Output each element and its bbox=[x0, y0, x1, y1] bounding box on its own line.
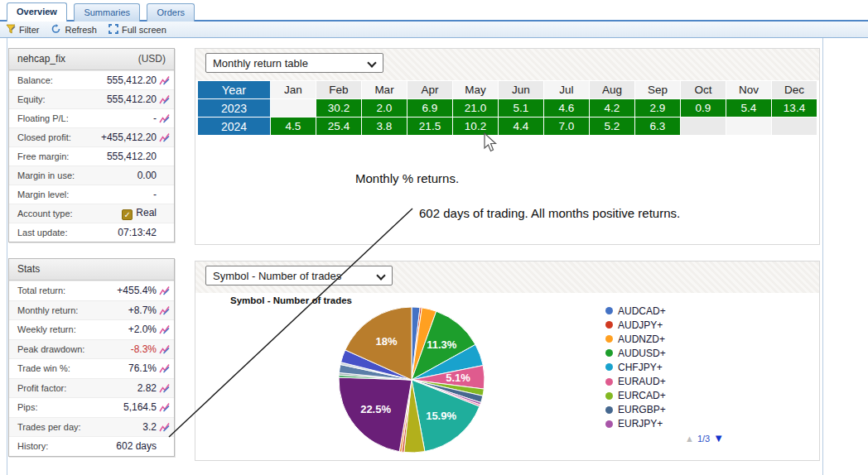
panel-row: Monthly return:+8.7% bbox=[9, 300, 174, 320]
row-value: 76.1% bbox=[128, 362, 157, 374]
chart-icon[interactable] bbox=[157, 421, 171, 433]
pager-down-icon[interactable]: ▼ bbox=[713, 432, 724, 444]
row-label: History: bbox=[17, 441, 48, 451]
table-header-cell: May bbox=[453, 81, 499, 99]
table-header-cell: Sep bbox=[635, 81, 681, 99]
legend-item-AUDNZD[interactable]: AUDNZD+ bbox=[605, 332, 666, 346]
chart-icon[interactable] bbox=[157, 94, 171, 105]
legend-item-AUDJPY[interactable]: AUDJPY+ bbox=[605, 318, 666, 332]
table-header-cell: Feb bbox=[316, 81, 362, 99]
row-label: Trades per day: bbox=[17, 422, 81, 432]
fullscreen-button[interactable]: Full screen bbox=[108, 24, 166, 36]
chart-icon[interactable] bbox=[157, 113, 171, 124]
monthly-table-dropdown[interactable]: Monthly return table bbox=[205, 53, 383, 73]
chart-icon[interactable] bbox=[157, 401, 171, 413]
symbol-trades-dropdown[interactable]: Symbol - Number of trades bbox=[205, 266, 393, 285]
row-label: Total return: bbox=[17, 285, 65, 295]
legend-item-AUDUSD[interactable]: AUDUSD+ bbox=[605, 346, 666, 360]
chart-icon[interactable] bbox=[157, 343, 171, 355]
legend-color-dot bbox=[605, 392, 613, 400]
chart-icon[interactable] bbox=[157, 362, 171, 374]
legend-label: CHFJPY+ bbox=[618, 362, 663, 373]
panel-row: Weekly return:+2.0% bbox=[9, 319, 174, 339]
return-cell: 6.9 bbox=[407, 99, 453, 118]
return-cell: 5.1 bbox=[499, 99, 544, 118]
row-label: Pips: bbox=[17, 402, 37, 412]
icon-slot-empty bbox=[157, 440, 171, 452]
legend-label: EURJPY+ bbox=[618, 418, 663, 429]
real-checkbox[interactable]: ✓ bbox=[122, 209, 133, 220]
monthly-table-dropdown-value: Monthly return table bbox=[213, 57, 308, 70]
return-cell: 25.4 bbox=[316, 118, 362, 136]
account-panel: nehcap_fix (USD) Balance:555,412.20Equit… bbox=[8, 48, 175, 242]
row-value: 555,412.20 bbox=[107, 74, 157, 86]
table-header-cell: Oct bbox=[681, 81, 726, 99]
legend-color-dot bbox=[605, 378, 613, 386]
return-cell: 2.9 bbox=[635, 99, 681, 118]
account-panel-header: nehcap_fix (USD) bbox=[9, 49, 174, 70]
legend-pager: ▲ 1/3 ▼ bbox=[685, 432, 724, 444]
chart-icon[interactable] bbox=[157, 132, 171, 143]
refresh-button[interactable]: Refresh bbox=[51, 24, 97, 36]
row-value: 602 days bbox=[116, 440, 157, 452]
panel-row: Floating P/L:- bbox=[9, 108, 174, 127]
chart-icon[interactable] bbox=[157, 382, 171, 394]
row-value: +8.7% bbox=[128, 305, 157, 316]
return-cell: 10.2 bbox=[453, 118, 499, 136]
chart-icon[interactable] bbox=[157, 74, 171, 86]
fullscreen-icon bbox=[108, 24, 118, 36]
legend-item-EURJPY[interactable]: EURJPY+ bbox=[605, 417, 666, 431]
table-header-cell: Nov bbox=[726, 81, 772, 99]
refresh-icon bbox=[51, 24, 61, 36]
legend-item-EURCAD[interactable]: EURCAD+ bbox=[605, 389, 666, 403]
table-header-cell: Jul bbox=[544, 81, 590, 99]
tab-orders[interactable]: Orders bbox=[147, 3, 195, 22]
panel-row: Balance:555,412.20 bbox=[9, 70, 174, 89]
icon-slot-empty bbox=[157, 170, 171, 181]
table-header-cell: Year bbox=[198, 81, 271, 99]
legend-item-EURGBP[interactable]: EURGBP+ bbox=[605, 403, 666, 417]
row-label: Trade win %: bbox=[17, 363, 70, 373]
chart-icon[interactable] bbox=[157, 324, 171, 335]
return-cell: 4.6 bbox=[544, 99, 590, 118]
tab-overview[interactable]: Overview bbox=[7, 2, 67, 22]
filter-button[interactable]: Filter bbox=[6, 24, 39, 36]
return-cell: 21.0 bbox=[453, 99, 499, 118]
panel-row: Account type:✓Real bbox=[9, 204, 174, 223]
row-label: Account type: bbox=[17, 209, 73, 218]
legend-label: AUDCAD+ bbox=[618, 305, 666, 317]
panel-row: Pips:5,164.5 bbox=[9, 397, 174, 417]
pie-legend: AUDCAD+AUDJPY+AUDNZD+AUDUSD+CHFJPY+EURAU… bbox=[605, 304, 666, 431]
tab-summaries[interactable]: Summaries bbox=[74, 3, 140, 22]
annotation-days-trading: 602 days of trading. All months positive… bbox=[419, 206, 680, 220]
pie-chart-title: Symbol - Number of trades bbox=[230, 295, 352, 305]
row-label: Balance: bbox=[17, 75, 53, 85]
account-name: nehcap_fix bbox=[17, 49, 65, 70]
legend-item-EURAUD[interactable]: EURAUD+ bbox=[605, 374, 666, 388]
filter-icon bbox=[6, 24, 16, 36]
pie-slice-label: 18% bbox=[376, 335, 398, 348]
account-currency: (USD) bbox=[138, 49, 166, 70]
stats-title: Stats bbox=[17, 259, 40, 280]
row-label: Floating P/L: bbox=[17, 113, 69, 123]
return-cell: 0.9 bbox=[681, 99, 726, 118]
chart-icon[interactable] bbox=[157, 305, 171, 316]
return-cell bbox=[681, 118, 726, 136]
return-cell bbox=[726, 118, 772, 136]
table-header-cell: Mar bbox=[362, 81, 407, 99]
row-value: +455,412.20 bbox=[101, 132, 157, 143]
panel-row: Closed profit:+455,412.20 bbox=[9, 127, 174, 146]
legend-item-CHFJPY[interactable]: CHFJPY+ bbox=[605, 360, 666, 374]
panel-row: History:602 days bbox=[9, 436, 174, 456]
row-label: Margin in use: bbox=[17, 170, 75, 180]
legend-color-dot bbox=[605, 335, 613, 343]
panel-row: Peak drawdown:-8.3% bbox=[9, 339, 174, 359]
chart-icon[interactable] bbox=[157, 285, 171, 296]
panel-row: Total return:+455.4% bbox=[9, 281, 174, 300]
legend-item-AUDCAD[interactable]: AUDCAD+ bbox=[605, 304, 666, 318]
panel-row: Last update:07:13:42 bbox=[9, 223, 174, 242]
pager-up-icon[interactable]: ▲ bbox=[685, 434, 694, 444]
table-header-cell: Jun bbox=[499, 81, 544, 99]
legend-color-dot bbox=[605, 349, 613, 357]
legend-label: AUDUSD+ bbox=[618, 348, 666, 359]
